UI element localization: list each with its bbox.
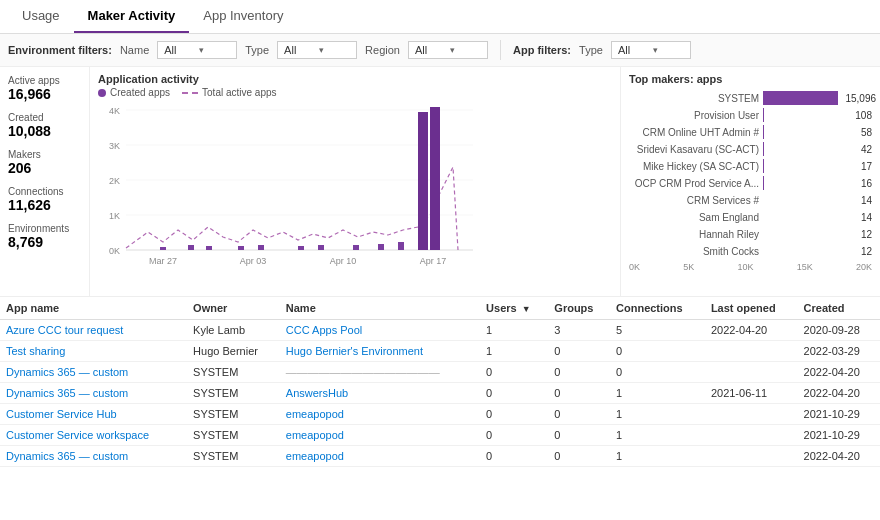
maker-value: 42 — [861, 144, 872, 155]
app-name-link[interactable]: Dynamics 365 — custom — [6, 450, 128, 462]
cell-last-opened — [705, 362, 798, 383]
app-name-link[interactable]: Azure CCC tour request — [6, 324, 123, 336]
stats-panel: Active apps 16,966 Created 10,088 Makers… — [0, 67, 90, 296]
cell-groups: 3 — [548, 320, 610, 341]
maker-value: 17 — [861, 161, 872, 172]
table-body: Azure CCC tour requestKyle LambCCC Apps … — [0, 320, 880, 467]
name-link[interactable]: emeapopod — [286, 429, 344, 441]
makers-axis: 0K 5K 10K 15K 20K — [629, 262, 872, 272]
maker-name-label: CRM Services # — [629, 195, 759, 206]
region-filter-select[interactable]: All ▾ — [408, 41, 488, 59]
filters-bar: Environment filters: Name All ▾ Type All… — [0, 34, 880, 67]
app-name-link[interactable]: Dynamics 365 — custom — [6, 387, 128, 399]
stat-active-apps-title: Active apps — [8, 75, 81, 86]
type-filter-select[interactable]: All ▾ — [277, 41, 357, 59]
maker-name-label: Sridevi Kasavaru (SC-ACT) — [629, 144, 759, 155]
stat-connections-title: Connections — [8, 186, 81, 197]
cell-users: 0 — [480, 362, 548, 383]
cell-owner: SYSTEM — [187, 425, 280, 446]
name-filter-select[interactable]: All ▾ — [157, 41, 237, 59]
cell-groups: 0 — [548, 425, 610, 446]
stat-environments-value: 8,769 — [8, 234, 81, 250]
col-connections: Connections — [610, 297, 705, 320]
app-name-link[interactable]: Customer Service workspace — [6, 429, 149, 441]
svg-rect-22 — [318, 245, 324, 250]
cell-users: 1 — [480, 320, 548, 341]
cell-groups: 0 — [548, 383, 610, 404]
cell-app-name: Dynamics 365 — custom — [0, 383, 187, 404]
cell-owner: SYSTEM — [187, 446, 280, 467]
col-created: Created — [798, 297, 880, 320]
svg-text:Apr 17: Apr 17 — [420, 256, 447, 266]
maker-bar-wrap — [763, 244, 854, 258]
app-filter-label: App filters: — [513, 44, 571, 56]
col-name: Name — [280, 297, 480, 320]
maker-bar-row: Sridevi Kasavaru (SC-ACT)42 — [629, 142, 872, 156]
svg-rect-18 — [206, 246, 212, 250]
application-activity-chart: 4K 3K 2K 1K 0K Mar 27 Apr 03 Apr 10 Apr … — [98, 102, 478, 267]
svg-rect-23 — [353, 245, 359, 250]
cell-created: 2022-04-20 — [798, 446, 880, 467]
maker-value: 108 — [855, 110, 872, 121]
svg-text:2K: 2K — [109, 176, 120, 186]
name-link[interactable]: emeapopod — [286, 408, 344, 420]
cell-connections: 1 — [610, 446, 705, 467]
cell-users: 0 — [480, 446, 548, 467]
maker-bar — [763, 108, 764, 122]
maker-bar-row: CRM Online UHT Admin #58 — [629, 125, 872, 139]
cell-last-opened — [705, 341, 798, 362]
svg-rect-16 — [160, 247, 166, 250]
cell-name: emeapopod — [280, 425, 480, 446]
app-name-link[interactable]: Customer Service Hub — [6, 408, 117, 420]
cell-connections: 0 — [610, 341, 705, 362]
table-row: Dynamics 365 — customSYSTEMAnswersHub001… — [0, 383, 880, 404]
legend-created: Created apps — [98, 87, 170, 98]
tab-usage[interactable]: Usage — [8, 0, 74, 33]
tab-maker-activity[interactable]: Maker Activity — [74, 0, 190, 33]
maker-bar-row: OCP CRM Prod Service A...16 — [629, 176, 872, 190]
cell-app-name: Dynamics 365 — custom — [0, 362, 187, 383]
legend-created-dot — [98, 89, 106, 97]
cell-app-name: Dynamics 365 — custom — [0, 446, 187, 467]
maker-bar-row: Provision User108 — [629, 108, 872, 122]
maker-bar — [763, 91, 838, 105]
cell-owner: Hugo Bernier — [187, 341, 280, 362]
svg-rect-19 — [238, 246, 244, 250]
col-users: Users ▼ — [480, 297, 548, 320]
cell-created: 2020-09-28 — [798, 320, 880, 341]
name-link[interactable]: CCC Apps Pool — [286, 324, 362, 336]
tab-app-inventory[interactable]: App Inventory — [189, 0, 297, 33]
maker-name-label: Sam England — [629, 212, 759, 223]
maker-name-label: Hannah Riley — [629, 229, 759, 240]
cell-name: emeapopod — [280, 404, 480, 425]
svg-text:3K: 3K — [109, 141, 120, 151]
name-link[interactable]: emeapopod — [286, 450, 344, 462]
app-type-filter-select[interactable]: All ▾ — [611, 41, 691, 59]
cell-groups: 0 — [548, 446, 610, 467]
stat-active-apps-value: 16,966 — [8, 86, 81, 102]
col-groups: Groups — [548, 297, 610, 320]
table-section: App name Owner Name Users ▼ Groups Conne… — [0, 297, 880, 510]
table-row: Test sharingHugo BernierHugo Bernier's E… — [0, 341, 880, 362]
cell-app-name: Test sharing — [0, 341, 187, 362]
maker-name-label: Smith Cocks — [629, 246, 759, 257]
type-filter-label: Type — [245, 44, 269, 56]
maker-bar-row: CRM Services #14 — [629, 193, 872, 207]
svg-text:Apr 10: Apr 10 — [330, 256, 357, 266]
svg-rect-24 — [378, 244, 384, 250]
stat-active-apps: Active apps 16,966 — [8, 75, 81, 102]
cell-connections: 0 — [610, 362, 705, 383]
svg-rect-15 — [430, 107, 440, 250]
maker-bar-wrap — [763, 142, 854, 156]
app-name-link[interactable]: Test sharing — [6, 345, 65, 357]
cell-last-opened — [705, 425, 798, 446]
maker-bar-wrap — [763, 91, 838, 105]
name-link[interactable]: Hugo Bernier's Environment — [286, 345, 423, 357]
app-name-link[interactable]: Dynamics 365 — custom — [6, 366, 128, 378]
cell-connections: 1 — [610, 404, 705, 425]
name-link[interactable]: AnswersHub — [286, 387, 348, 399]
cell-last-opened: 2021-06-11 — [705, 383, 798, 404]
cell-users: 1 — [480, 341, 548, 362]
maker-name-label: Mike Hickey (SA SC-ACT) — [629, 161, 759, 172]
cell-groups: 0 — [548, 341, 610, 362]
